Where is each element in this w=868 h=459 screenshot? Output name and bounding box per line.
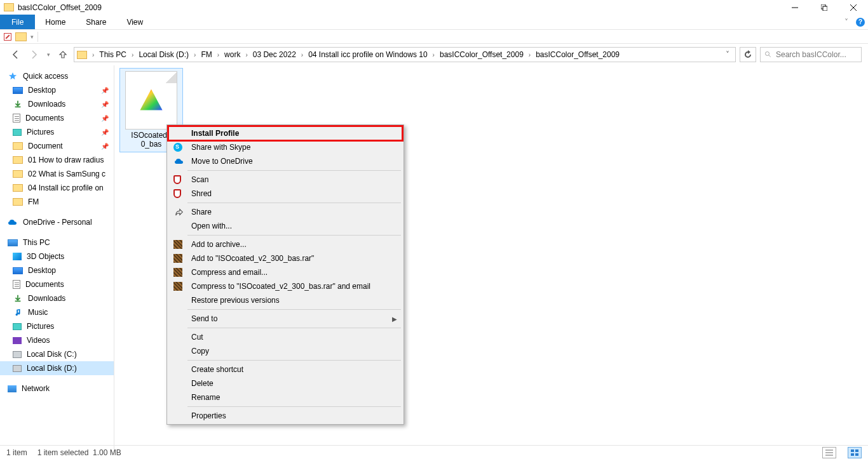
ctx-restore-versions[interactable]: Restore previous versions xyxy=(168,293,402,307)
sidebar-item-videos[interactable]: Videos xyxy=(0,333,114,347)
sidebar-item-document[interactable]: Document📌 xyxy=(0,139,114,153)
titlebar: basICColor_Offset_2009 xyxy=(0,0,868,15)
breadcrumb-seg[interactable]: Local Disk (D:) xyxy=(137,50,190,59)
ctx-cut[interactable]: Cut xyxy=(168,330,402,344)
tab-share[interactable]: Share xyxy=(76,15,116,29)
folder-icon xyxy=(13,184,23,192)
search-icon xyxy=(764,51,772,58)
sidebar-item-folder[interactable]: 04 Install icc profile on xyxy=(0,181,114,195)
sidebar-item-desktop[interactable]: Desktop📌 xyxy=(0,83,114,97)
ctx-copy[interactable]: Copy xyxy=(168,344,402,358)
sidebar-item-folder[interactable]: 02 What is SamSung c xyxy=(0,167,114,181)
ctx-share-skype[interactable]: Share with Skype xyxy=(168,140,402,154)
ctx-open-with[interactable]: Open with... xyxy=(168,219,402,233)
search-input[interactable]: Search basICColor... xyxy=(760,47,862,62)
sidebar-item-downloads[interactable]: Downloads xyxy=(0,291,114,305)
ctx-add-archive[interactable]: Add to archive... xyxy=(168,237,402,251)
breadcrumb-seg[interactable]: 03 Dec 2022 xyxy=(252,50,297,59)
winrar-icon xyxy=(173,268,182,277)
sidebar-item-folder[interactable]: 01 How to draw radius xyxy=(0,153,114,167)
tab-view[interactable]: View xyxy=(116,15,153,29)
chevron-right-icon[interactable]: › xyxy=(526,51,533,58)
new-folder-icon[interactable] xyxy=(15,32,27,41)
ctx-share[interactable]: Share xyxy=(168,205,402,219)
chevron-right-icon[interactable]: › xyxy=(243,51,250,58)
maximize-button[interactable] xyxy=(810,0,839,15)
minimize-button[interactable] xyxy=(780,0,810,15)
sidebar-item-pictures[interactable]: Pictures📌 xyxy=(0,125,114,139)
sidebar-item-downloads[interactable]: Downloads📌 xyxy=(0,97,114,111)
sidebar-network[interactable]: Network xyxy=(0,382,114,396)
chevron-right-icon: ▶ xyxy=(392,316,397,323)
downloads-icon xyxy=(13,99,23,109)
sidebar-item-documents[interactable]: Documents📌 xyxy=(0,111,114,125)
sidebar-onedrive[interactable]: OneDrive - Personal xyxy=(0,215,114,229)
sidebar-item-folder[interactable]: FM xyxy=(0,195,114,209)
ctx-send-to[interactable]: Send to▶ xyxy=(168,312,402,326)
desktop-icon xyxy=(13,267,23,274)
breadcrumb-seg[interactable]: FM xyxy=(200,50,213,59)
chevron-right-icon[interactable]: › xyxy=(90,51,97,58)
ctx-compress-to-email[interactable]: Compress to "ISOcoated_v2_300_bas.rar" a… xyxy=(168,279,402,293)
folder-icon xyxy=(13,198,23,206)
svg-marker-8 xyxy=(140,89,162,110)
ctx-scan[interactable]: Scan xyxy=(168,173,402,187)
chevron-right-icon[interactable]: › xyxy=(215,51,222,58)
ctx-move-onedrive[interactable]: Move to OneDrive xyxy=(168,154,402,168)
breadcrumb-seg[interactable]: basICColor_Offset_2009 xyxy=(438,50,525,59)
folder-icon xyxy=(13,142,23,150)
ctx-properties[interactable]: Properties xyxy=(168,409,402,423)
ctx-create-shortcut[interactable]: Create shortcut xyxy=(168,363,402,376)
star-icon xyxy=(8,71,18,81)
context-menu: Install Profile Share with Skype Move to… xyxy=(166,124,404,425)
sidebar-item-disk-d[interactable]: Local Disk (D:) xyxy=(0,361,114,375)
breadcrumb-seg[interactable]: This PC xyxy=(98,50,128,59)
details-view-button[interactable] xyxy=(822,447,836,458)
sidebar-item-music[interactable]: Music xyxy=(0,305,114,319)
breadcrumb-seg[interactable]: 04 Install icc profile on Windows 10 xyxy=(307,50,428,59)
ctx-delete[interactable]: Delete xyxy=(168,376,402,390)
sidebar-item-desktop[interactable]: Desktop xyxy=(0,263,114,277)
recent-dropdown[interactable]: ▾ xyxy=(44,48,52,62)
svg-rect-15 xyxy=(855,453,858,456)
documents-icon xyxy=(13,280,20,289)
ribbon-collapse-button[interactable]: ˅ xyxy=(840,15,853,29)
sidebar-this-pc[interactable]: This PC xyxy=(0,236,114,249)
sidebar-item-pictures[interactable]: Pictures xyxy=(0,319,114,333)
ctx-install-profile[interactable]: Install Profile xyxy=(168,126,402,140)
tab-file[interactable]: File xyxy=(0,15,35,29)
help-button[interactable]: ? xyxy=(853,15,868,29)
chevron-right-icon[interactable]: › xyxy=(129,51,136,58)
sidebar-item-documents[interactable]: Documents xyxy=(0,277,114,291)
ctx-rename[interactable]: Rename xyxy=(168,390,402,404)
up-button[interactable] xyxy=(56,48,70,62)
ctx-shred[interactable]: Shred xyxy=(168,187,402,201)
ctx-compress-email[interactable]: Compress and email... xyxy=(168,265,402,279)
winrar-icon xyxy=(173,282,182,291)
breadcrumb-seg[interactable]: basICColor_Offset_2009 xyxy=(534,50,621,59)
sidebar-item-3dobjects[interactable]: 3D Objects xyxy=(0,249,114,263)
breadcrumb-seg[interactable]: work xyxy=(223,50,241,59)
address-bar[interactable]: › This PC › Local Disk (D:) › FM › work … xyxy=(74,47,736,62)
tab-home[interactable]: Home xyxy=(35,15,76,29)
separator xyxy=(187,203,401,203)
properties-icon[interactable] xyxy=(4,33,11,41)
forward-button[interactable] xyxy=(27,48,41,62)
icons-view-button[interactable] xyxy=(848,447,862,458)
music-icon xyxy=(13,307,23,317)
chevron-right-icon[interactable]: › xyxy=(191,51,198,58)
separator xyxy=(187,309,401,310)
sidebar-quick-access[interactable]: Quick access xyxy=(0,69,114,83)
address-dropdown[interactable]: ˅ xyxy=(722,50,733,59)
refresh-button[interactable] xyxy=(740,47,756,62)
chevron-right-icon[interactable]: › xyxy=(430,51,437,58)
sidebar-item-disk-c[interactable]: Local Disk (C:) xyxy=(0,347,114,361)
chevron-right-icon[interactable]: › xyxy=(299,51,306,58)
help-icon: ? xyxy=(856,18,865,27)
ctx-add-to-rar[interactable]: Add to "ISOcoated_v2_300_bas.rar" xyxy=(168,251,402,265)
svg-rect-14 xyxy=(851,453,854,456)
close-button[interactable] xyxy=(839,0,868,15)
back-button[interactable] xyxy=(9,48,23,62)
thispc-icon xyxy=(8,239,18,246)
share-icon xyxy=(173,206,185,218)
